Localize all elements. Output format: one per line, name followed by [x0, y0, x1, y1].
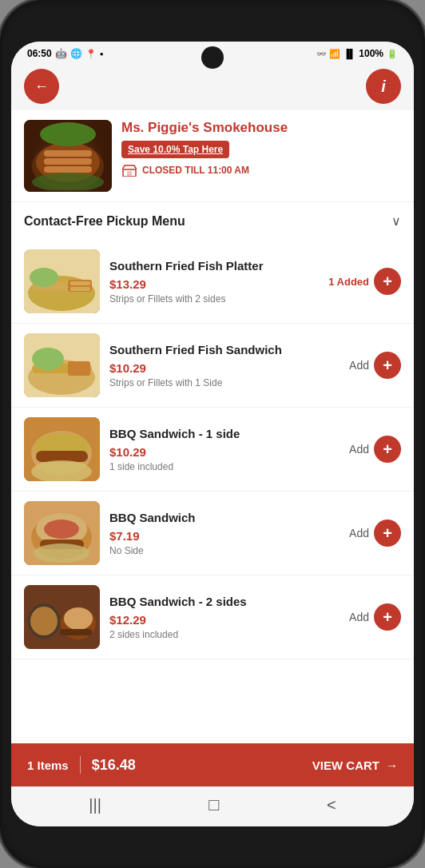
item-image-3 — [24, 417, 100, 481]
item-2-add-label: Add — [349, 359, 369, 372]
item-1-price: $13.29 — [109, 277, 319, 291]
item-4-desc: No Side — [109, 545, 340, 556]
item-5-action: Add + — [349, 603, 401, 631]
item-1-details: Southern Fried Fish Platter $13.29 Strip… — [109, 258, 319, 305]
svg-rect-20 — [68, 361, 90, 376]
svg-point-12 — [30, 268, 58, 287]
restaurant-image — [24, 120, 112, 192]
item-5-desc: 2 sides included — [109, 629, 340, 640]
svg-point-29 — [44, 520, 79, 539]
signal-icon: ▐▌ — [344, 49, 356, 58]
menu-items-list: Southern Fried Fish Platter $13.29 Strip… — [11, 240, 414, 743]
save-badge[interactable]: Save 10.0% Tap Here — [121, 141, 229, 158]
glasses-icon: 👓 — [316, 50, 326, 58]
bottom-nav: ||| □ < — [11, 786, 414, 826]
svg-rect-37 — [60, 629, 92, 635]
item-5-name: BBQ Sandwich - 2 sides — [109, 594, 340, 610]
android-icon: 🤖 — [55, 48, 67, 59]
cart-bar[interactable]: 1 Items $16.48 VIEW CART → — [11, 743, 414, 786]
item-2-desc: Strips or Fillets with 1 Side — [109, 377, 340, 388]
item-2-price: $10.29 — [109, 361, 340, 375]
item-4-name: BBQ Sandwich — [109, 510, 340, 526]
menu-header[interactable]: Contact-Free Pickup Menu ∨ — [11, 201, 414, 240]
item-4-add-label: Add — [349, 527, 369, 540]
location-icon: 📍 — [85, 49, 97, 59]
list-item: Southern Fried Fish Sandwich $10.29 Stri… — [11, 324, 414, 408]
recent-apps-icon[interactable]: ||| — [89, 796, 101, 814]
item-3-desc: 1 side included — [109, 461, 340, 472]
list-item: Southern Fried Fish Platter $13.29 Strip… — [11, 240, 414, 324]
item-5-price: $12.29 — [109, 613, 340, 627]
item-1-name: Southern Fried Fish Platter — [109, 258, 319, 274]
store-icon — [121, 163, 137, 177]
svg-rect-15 — [70, 287, 90, 291]
status-right: 👓 📶 ▐▌ 100% 🔋 — [316, 48, 398, 59]
list-item: BBQ Sandwich $7.19 No Side Add + — [11, 492, 414, 575]
svg-rect-4 — [44, 166, 92, 173]
item-3-name: BBQ Sandwich - 1 side — [109, 426, 340, 442]
item-3-add-button[interactable]: + — [374, 436, 401, 463]
item-3-details: BBQ Sandwich - 1 side $10.29 1 side incl… — [109, 426, 340, 472]
status-left: 06:50 🤖 🌐 📍 ● — [27, 48, 104, 59]
cart-divider — [80, 756, 81, 774]
wifi-icon: 📶 — [329, 49, 340, 59]
restaurant-header: Ms. Piggie's Smokehouse Save 10.0% Tap H… — [11, 110, 414, 201]
view-cart-button[interactable]: VIEW CART → — [312, 759, 398, 772]
save-badge-text: Save 10.0% Tap Here — [128, 144, 223, 155]
item-4-price: $7.19 — [109, 529, 340, 543]
svg-rect-14 — [70, 281, 90, 285]
item-image-5 — [24, 585, 100, 649]
arrow-right-icon: → — [386, 759, 398, 772]
view-cart-label: VIEW CART — [312, 759, 379, 772]
item-4-add-button[interactable]: + — [374, 520, 401, 547]
svg-rect-3 — [44, 158, 92, 165]
list-item: BBQ Sandwich - 1 side $10.29 1 side incl… — [11, 408, 414, 492]
menu-title: Contact-Free Pickup Menu — [24, 214, 185, 229]
svg-point-34 — [30, 607, 58, 635]
dot-icon: ● — [100, 50, 104, 58]
list-item: BBQ Sandwich - 2 sides $12.29 2 sides in… — [11, 575, 414, 659]
item-5-add-label: Add — [349, 611, 369, 623]
item-3-action: Add + — [349, 436, 401, 463]
notch — [201, 46, 224, 69]
chevron-down-icon: ∨ — [391, 213, 401, 229]
item-image-2 — [24, 333, 100, 397]
phone-frame: 06:50 🤖 🌐 📍 ● 👓 📶 ▐▌ 100% 🔋 ← i — [0, 0, 425, 868]
cart-total: $16.48 — [92, 757, 312, 774]
item-4-action: Add + — [349, 520, 401, 547]
item-image-4 — [24, 501, 100, 565]
battery-text: 100% — [359, 48, 383, 59]
svg-rect-2 — [44, 150, 92, 157]
phone-screen: 06:50 🤖 🌐 📍 ● 👓 📶 ▐▌ 100% 🔋 ← i — [11, 42, 414, 826]
item-2-details: Southern Fried Fish Sandwich $10.29 Stri… — [109, 342, 340, 388]
restaurant-food-svg — [28, 122, 108, 190]
home-icon[interactable]: □ — [209, 794, 219, 815]
item-2-add-button[interactable]: + — [374, 352, 401, 379]
closed-row: CLOSED TILL 11:00 AM — [121, 163, 401, 177]
svg-rect-8 — [127, 171, 132, 177]
item-3-price: $10.29 — [109, 445, 340, 459]
restaurant-info: Ms. Piggie's Smokehouse Save 10.0% Tap H… — [121, 120, 401, 177]
back-nav-icon[interactable]: < — [327, 796, 336, 814]
battery-icon: 🔋 — [387, 49, 398, 59]
top-nav: ← i — [11, 62, 414, 110]
item-1-added-label: 1 Added — [328, 276, 369, 288]
svg-point-36 — [64, 607, 93, 630]
item-5-add-button[interactable]: + — [374, 603, 401, 631]
svg-point-31 — [34, 543, 89, 563]
cart-items-count: 1 Items — [27, 759, 69, 772]
info-button[interactable]: i — [366, 69, 401, 104]
restaurant-image-inner — [24, 120, 112, 192]
item-3-add-label: Add — [349, 443, 369, 456]
item-5-details: BBQ Sandwich - 2 sides $12.29 2 sides in… — [109, 594, 340, 640]
back-button[interactable]: ← — [24, 69, 59, 104]
item-image-1 — [24, 249, 100, 313]
back-arrow-icon: ← — [34, 78, 49, 95]
svg-point-6 — [40, 122, 96, 146]
chrome-icon: 🌐 — [70, 48, 82, 59]
svg-point-19 — [32, 348, 64, 370]
item-4-details: BBQ Sandwich $7.19 No Side — [109, 510, 340, 556]
item-2-name: Southern Fried Fish Sandwich — [109, 342, 340, 358]
item-1-add-button[interactable]: + — [374, 268, 401, 295]
time: 06:50 — [27, 48, 52, 59]
